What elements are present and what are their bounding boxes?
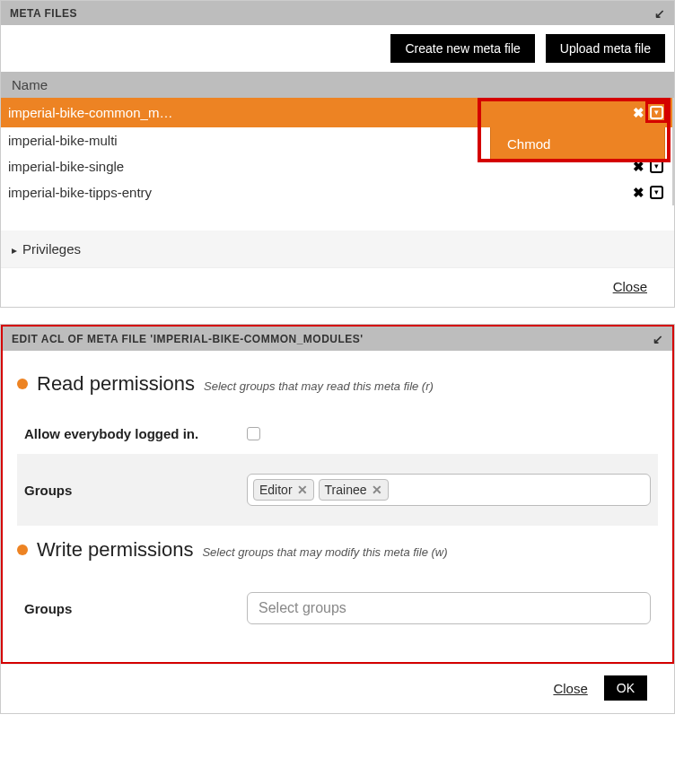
group-tag-label: Editor [259, 483, 293, 497]
upload-meta-file-button[interactable]: Upload meta file [546, 34, 665, 63]
group-tag: Editor ✕ [253, 479, 314, 501]
close-link[interactable]: Close [553, 681, 587, 696]
delete-icon[interactable]: ✖ [631, 106, 645, 120]
file-row[interactable]: imperial-bike-tipps-entry ✖ ▾ [1, 179, 672, 205]
file-list: imperial-bike-common_m… ✖ ▾ Chmod imperi… [1, 98, 674, 205]
row-menu-icon[interactable]: ▾ [650, 186, 663, 199]
write-permissions-heading: Write permissions [37, 538, 193, 562]
collapse-icon[interactable]: ↙ [653, 332, 664, 346]
read-groups-row: Groups Editor ✕ Trainee ✕ [17, 454, 658, 526]
read-groups-input[interactable]: Editor ✕ Trainee ✕ [247, 474, 651, 506]
create-meta-file-button[interactable]: Create new meta file [390, 34, 534, 63]
collapse-icon[interactable]: ↙ [654, 6, 666, 21]
file-name: imperial-bike-tipps-entry [8, 185, 152, 200]
caret-right-icon [12, 241, 17, 257]
acl-body: Read permissions Select groups that may … [3, 351, 672, 662]
group-tag-label: Trainee [325, 483, 367, 497]
remove-tag-icon[interactable]: ✕ [297, 483, 308, 497]
file-row[interactable]: imperial-bike-common_m… ✖ ▾ [1, 98, 672, 127]
menu-item-chmod[interactable]: Chmod [491, 127, 664, 161]
group-tag: Trainee ✕ [319, 479, 389, 501]
delete-icon[interactable]: ✖ [631, 186, 645, 200]
row-menu-icon[interactable]: ▾ [650, 160, 663, 173]
meta-files-header: META FILES ↙ [1, 1, 674, 25]
meta-files-panel: META FILES ↙ Create new meta file Upload… [0, 0, 675, 308]
allow-everybody-checkbox[interactable] [247, 427, 260, 440]
write-groups-input[interactable]: Select groups [247, 592, 651, 624]
read-permissions-heading: Read permissions [37, 372, 195, 396]
write-groups-placeholder: Select groups [253, 600, 346, 616]
row-menu-icon[interactable]: ▾ [650, 106, 663, 119]
allow-everybody-row: Allow everybody logged in. [17, 414, 658, 454]
acl-footer: Close OK [1, 664, 674, 713]
groups-label: Groups [24, 601, 247, 616]
row-context-menu: Chmod [490, 127, 665, 161]
read-permissions-section: Read permissions Select groups that may … [17, 372, 658, 526]
write-permissions-hint: Select groups that may modify this meta … [202, 545, 447, 559]
ok-button[interactable]: OK [604, 675, 647, 701]
read-permissions-hint: Select groups that may read this meta fi… [204, 379, 434, 393]
meta-files-toolbar: Create new meta file Upload meta file [1, 25, 674, 72]
privileges-label: Privileges [22, 241, 81, 257]
column-header-name: Name [1, 72, 674, 98]
meta-files-title: META FILES [10, 7, 77, 20]
file-name: imperial-bike-multi [8, 133, 118, 148]
file-name: imperial-bike-common_m… [8, 105, 172, 120]
meta-files-footer: Close [1, 267, 674, 307]
groups-label: Groups [24, 483, 247, 498]
file-name: imperial-bike-single [8, 159, 124, 174]
acl-panel: EDIT ACL OF META FILE 'IMPERIAL-BIKE-COM… [0, 324, 675, 714]
write-groups-row: Groups Select groups [17, 579, 658, 637]
acl-title: EDIT ACL OF META FILE 'IMPERIAL-BIKE-COM… [12, 333, 364, 345]
bullet-icon [17, 544, 28, 555]
allow-everybody-label: Allow everybody logged in. [24, 426, 247, 441]
privileges-toggle[interactable]: Privileges [1, 231, 674, 267]
close-link[interactable]: Close [613, 279, 647, 294]
write-permissions-section: Write permissions Select groups that may… [17, 538, 658, 637]
acl-header: EDIT ACL OF META FILE 'IMPERIAL-BIKE-COM… [3, 327, 672, 351]
bullet-icon [17, 379, 28, 389]
remove-tag-icon[interactable]: ✕ [372, 483, 382, 497]
